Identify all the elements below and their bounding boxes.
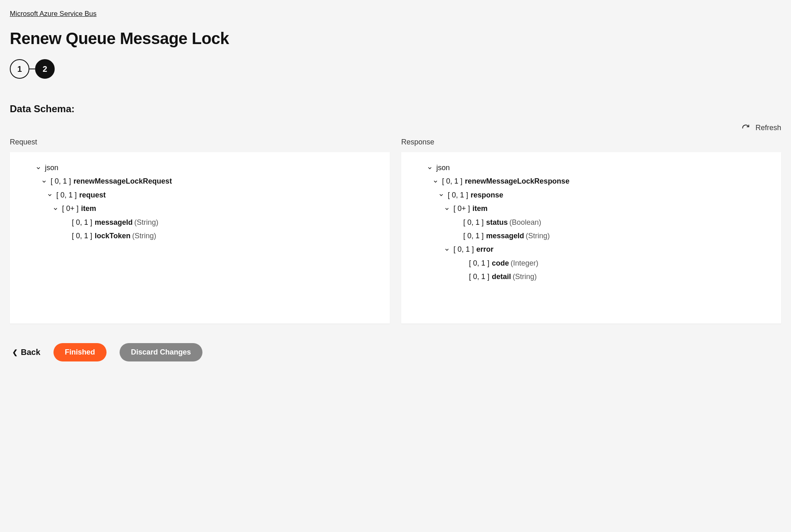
chevron-down-icon: [444, 206, 450, 212]
section-title: Data Schema:: [10, 103, 781, 115]
field-name: code: [492, 259, 509, 268]
request-tree-node[interactable]: [ 0, 1 ] request: [16, 188, 384, 202]
request-tree-root[interactable]: json: [16, 161, 384, 175]
breadcrumb-link[interactable]: Microsoft Azure Service Bus: [10, 10, 97, 18]
field-type: (Integer): [511, 259, 538, 268]
response-panel-label: Response: [401, 138, 781, 146]
cardinality: [ 0+ ]: [453, 204, 470, 213]
request-tree-leaf: [ 0, 1 ] lockToken (String): [16, 229, 384, 243]
field-name: item: [473, 204, 488, 213]
field-type: (String): [513, 272, 537, 282]
tree-node-label: json: [45, 163, 58, 173]
cardinality: [ 0+ ]: [62, 204, 79, 213]
field-type: (String): [526, 231, 550, 241]
field-name: detail: [492, 272, 511, 282]
request-tree-node[interactable]: [ 0+ ] item: [16, 202, 384, 215]
step-1[interactable]: 1: [10, 59, 29, 79]
cardinality: [ 0, 1 ]: [463, 218, 484, 227]
step-connector: [29, 69, 35, 69]
response-tree-root[interactable]: json: [407, 161, 775, 175]
refresh-button[interactable]: Refresh: [742, 124, 781, 132]
field-type: (String): [132, 231, 156, 241]
response-tree-leaf: [ 0, 1 ] detail (String): [407, 270, 775, 284]
step-2[interactable]: 2: [35, 59, 55, 79]
response-tree-leaf: [ 0, 1 ] status (Boolean): [407, 216, 775, 229]
request-tree-leaf: [ 0, 1 ] messageId (String): [16, 216, 384, 229]
field-name: status: [486, 218, 508, 227]
response-tree-leaf: [ 0, 1 ] code (Integer): [407, 257, 775, 270]
tree-node-label: json: [436, 163, 450, 173]
field-name: renewMessageLockRequest: [73, 177, 172, 186]
field-name: renewMessageLockResponse: [465, 177, 569, 186]
response-tree-node[interactable]: [ 0+ ] item: [407, 202, 775, 215]
chevron-down-icon: [427, 165, 433, 171]
field-name: error: [476, 245, 493, 254]
stepper: 1 2: [10, 59, 781, 79]
back-button[interactable]: ❮ Back: [12, 348, 40, 357]
finished-button[interactable]: Finished: [53, 343, 107, 361]
chevron-down-icon: [52, 206, 59, 212]
refresh-icon: [742, 124, 750, 132]
field-name: request: [79, 191, 106, 200]
cardinality: [ 0, 1 ]: [72, 218, 92, 227]
field-name: messageId: [486, 231, 524, 241]
refresh-label: Refresh: [755, 124, 781, 132]
response-tree-leaf: [ 0, 1 ] messageId (String): [407, 229, 775, 243]
response-tree-node[interactable]: [ 0, 1 ] response: [407, 188, 775, 202]
request-panel: json [ 0, 1 ] renewMessageLockRequest [ …: [10, 152, 390, 324]
response-panel: json [ 0, 1 ] renewMessageLockResponse […: [401, 152, 781, 324]
cardinality: [ 0, 1 ]: [51, 177, 71, 186]
chevron-down-icon: [41, 178, 47, 185]
cardinality: [ 0, 1 ]: [469, 259, 489, 268]
field-type: (Boolean): [509, 218, 541, 227]
field-type: (String): [134, 218, 158, 227]
response-tree-node[interactable]: [ 0, 1 ] error: [407, 243, 775, 256]
chevron-down-icon: [444, 246, 450, 253]
field-name: item: [81, 204, 96, 213]
chevron-down-icon: [47, 192, 53, 198]
chevron-down-icon: [35, 165, 42, 171]
chevron-down-icon: [432, 178, 439, 185]
cardinality: [ 0, 1 ]: [442, 177, 462, 186]
cardinality: [ 0, 1 ]: [56, 191, 77, 200]
cardinality: [ 0, 1 ]: [448, 191, 468, 200]
request-tree-node[interactable]: [ 0, 1 ] renewMessageLockRequest: [16, 175, 384, 188]
response-tree-node[interactable]: [ 0, 1 ] renewMessageLockResponse: [407, 175, 775, 188]
cardinality: [ 0, 1 ]: [469, 272, 489, 282]
cardinality: [ 0, 1 ]: [453, 245, 474, 254]
chevron-left-icon: ❮: [12, 349, 18, 356]
field-name: response: [471, 191, 503, 200]
request-panel-label: Request: [10, 138, 390, 146]
page-title: Renew Queue Message Lock: [10, 29, 781, 48]
back-label: Back: [21, 348, 40, 357]
discard-changes-button[interactable]: Discard Changes: [120, 343, 202, 361]
field-name: lockToken: [95, 231, 131, 241]
chevron-down-icon: [438, 192, 444, 198]
cardinality: [ 0, 1 ]: [72, 231, 92, 241]
field-name: messageId: [95, 218, 133, 227]
cardinality: [ 0, 1 ]: [463, 231, 484, 241]
